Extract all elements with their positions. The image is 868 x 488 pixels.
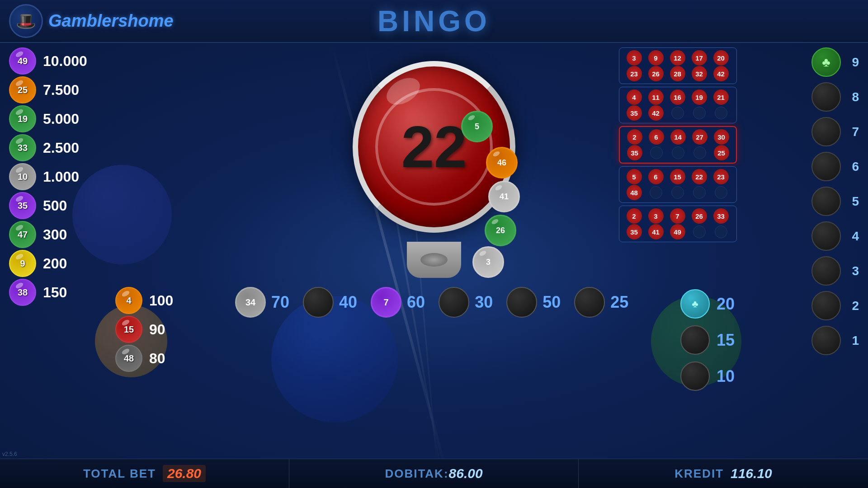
bingo-cell: 25	[714, 145, 729, 160]
ticket-item-4: 50	[506, 287, 561, 318]
kredit-section: KREDIT 116.10	[579, 459, 868, 488]
ticket-value: 40	[339, 293, 357, 312]
bingo-cell: 26	[692, 208, 707, 224]
machine-body: 22 54641263	[339, 52, 529, 278]
bingo-cell	[693, 186, 706, 199]
dobitak-label: DOBITAK:	[385, 467, 448, 481]
side-ball: 3	[472, 246, 504, 278]
bingo-card-5[interactable]: 2372633354149	[619, 206, 737, 242]
mult-ball	[811, 326, 841, 355]
bingo-cell	[671, 107, 684, 119]
bingo-cell: 28	[670, 66, 685, 81]
right-ticket-2: 10	[680, 361, 735, 391]
bingo-card-3[interactable]: 261427303525	[619, 126, 737, 164]
prize-ball: 47	[9, 221, 36, 248]
prize-value: 2.500	[43, 140, 88, 156]
prize-ball-small: 15	[115, 316, 142, 343]
mult-ball	[811, 221, 841, 251]
bingo-cell: 27	[692, 129, 708, 145]
total-bet-section: TOTAL BET 26.80	[0, 459, 289, 488]
prize-row: 33 2.500	[9, 134, 88, 161]
right-ticket-ball: ♣	[680, 289, 710, 319]
ticket-value: 60	[407, 293, 425, 312]
bingo-card-1[interactable]: 391217202326283242	[619, 47, 737, 84]
bingo-cell: 23	[627, 66, 642, 81]
bingo-cell: 32	[692, 66, 707, 81]
mult-number: 3	[845, 264, 859, 278]
game-title: BINGO	[377, 5, 491, 38]
mult-ball	[811, 291, 841, 320]
mult-number: 6	[845, 160, 859, 174]
bingo-cell: 6	[649, 129, 664, 145]
logo-area: 🎩 Gamblershome	[9, 4, 174, 38]
prize-value: 7.500	[43, 82, 88, 99]
prize-ball: 35	[9, 192, 36, 219]
multiplier-item-0: ♣ 9	[811, 47, 859, 77]
prize-value: 200	[43, 255, 88, 272]
bingo-cell: 41	[648, 224, 664, 239]
prize-value: 10.000	[43, 53, 88, 70]
ticket-item-0: 3470	[235, 287, 289, 318]
bingo-cards: 3912172023262832424111619213542261427303…	[619, 47, 737, 242]
multiplier-item-6: 3	[811, 256, 859, 286]
main-ball-display: 22	[353, 61, 515, 233]
bingo-card-2[interactable]: 4111619213542	[619, 87, 737, 123]
main-ball-number: 22	[401, 113, 467, 181]
ticket-area: 347040760305025	[235, 287, 628, 318]
prize-value: 1.000	[43, 169, 88, 185]
right-ticket-ball	[680, 361, 710, 391]
prize-ball: 10	[9, 163, 36, 190]
prize-row: 10 1.000	[9, 163, 88, 190]
prize-row: 25 7.500	[9, 76, 88, 103]
bingo-cell: 2	[627, 208, 642, 224]
bingo-cell: 9	[648, 50, 664, 66]
ticket-item-3: 30	[439, 287, 493, 318]
bingo-cell	[693, 225, 706, 238]
main-area: 49 10.000 25 7.500 19 5.000 33 2.500 10 …	[0, 43, 868, 488]
prize-value-small: 90	[149, 321, 194, 338]
total-bet-value[interactable]: 26.80	[163, 465, 206, 482]
ticket-item-5: 25	[574, 287, 628, 318]
bingo-cell: 3	[627, 50, 642, 66]
right-ticket-0: ♣ 20	[680, 289, 735, 319]
bingo-cell: 20	[713, 50, 729, 66]
ticket-ball-black	[439, 287, 469, 318]
multiplier-column: ♣ 9 8 7 6 5 4 3 2 1	[811, 47, 859, 355]
bingo-card-4[interactable]: 5615222348	[619, 166, 737, 203]
prize-row-small: 15 90	[115, 316, 194, 343]
prize-ball: 25	[9, 76, 36, 103]
bingo-cell	[671, 186, 684, 199]
ticket-ball: 34	[235, 287, 266, 318]
prize-ball: 33	[9, 134, 36, 161]
bingo-cell: 11	[648, 89, 664, 105]
side-ball: 41	[488, 181, 520, 212]
bingo-cell: 49	[670, 224, 685, 239]
prize-value: 500	[43, 197, 88, 214]
prize-ball-small: 48	[115, 345, 142, 372]
machine-area: 22 54641263	[321, 52, 547, 278]
bingo-cell: 30	[714, 129, 729, 145]
mult-ball: ♣	[811, 47, 841, 77]
right-ticket-1: 15	[680, 325, 735, 355]
bingo-cell: 12	[670, 50, 685, 66]
bingo-cell	[650, 186, 662, 199]
ticket-ball-black	[574, 287, 605, 318]
prize-ball: 38	[9, 279, 36, 306]
prize-row: 47 300	[9, 221, 88, 248]
bingo-cell: 6	[648, 169, 664, 184]
ticket-ball-black	[506, 287, 537, 318]
bingo-cell: 35	[627, 145, 642, 160]
multiplier-item-1: 8	[811, 82, 859, 112]
bingo-cell: 23	[713, 169, 729, 184]
prize-row: 19 5.000	[9, 105, 88, 132]
multiplier-item-4: 5	[811, 187, 859, 216]
mult-ball	[811, 187, 841, 216]
machine-stand	[407, 242, 461, 278]
right-ticket-ball	[680, 325, 710, 355]
ticket-ball-black	[303, 287, 334, 318]
right-ticket-area: ♣ 20 15 10	[680, 289, 735, 391]
bingo-cell: 3	[648, 208, 664, 224]
bottom-bar: TOTAL BET 26.80 DOBITAK: 86.00 KREDIT 11…	[0, 459, 868, 488]
right-ticket-value: 15	[717, 331, 735, 350]
ticket-value: 25	[610, 293, 628, 312]
